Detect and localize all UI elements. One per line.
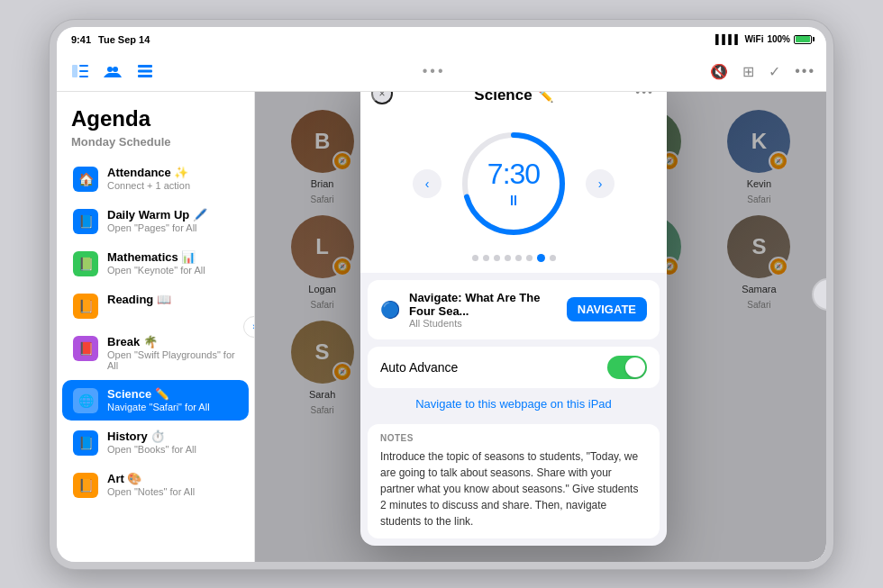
time-display: 9:41 <box>71 34 91 45</box>
break-text: Break 🌴 Open "Swift Playgrounds" for All <box>107 335 238 371</box>
notes-text: Introduce the topic of seasons to studen… <box>380 448 647 529</box>
sidebar-item-history[interactable]: 📘 History ⏱️ Open "Books" for All <box>62 422 249 463</box>
close-icon: × <box>378 92 385 100</box>
ipad-frame: 9:41 Tue Sep 14 ▌▌▌▌ WiFi 100% <box>50 20 833 569</box>
timer-pause-icon[interactable]: ⏸ <box>506 193 521 209</box>
status-left: 9:41 Tue Sep 14 <box>71 34 150 45</box>
attendance-title: Attendance ✨ <box>107 166 238 179</box>
check-icon[interactable]: ✓ <box>769 63 780 80</box>
svg-rect-6 <box>138 65 152 68</box>
sidebar-item-mathematics[interactable]: 📗 Mathematics 📊 Open "Keynote" for All <box>62 243 249 284</box>
timer-dot-4[interactable] <box>505 255 511 261</box>
ipad-screen: 9:41 Tue Sep 14 ▌▌▌▌ WiFi 100% <box>57 27 826 562</box>
timer-dot-1[interactable] <box>472 255 478 261</box>
date-display: Tue Sep 14 <box>98 34 150 45</box>
sidebar-item-reading[interactable]: 📙 Reading 📖 <box>62 285 249 326</box>
toolbar-dots: ••• <box>423 63 446 79</box>
navigate-ipad-link[interactable]: Navigate to this webpage on this iPad <box>415 397 612 411</box>
attendance-text: Attendance ✨ Connect + 1 action <box>107 166 238 191</box>
sidebar-toggle-icon[interactable] <box>68 59 93 84</box>
attendance-icon: 🏠 <box>73 167 98 192</box>
art-sub: Open "Notes" for All <box>107 486 238 497</box>
navigate-button[interactable]: NAVIGATE <box>567 297 647 321</box>
notes-section: NOTES Introduce the topic of seasons to … <box>368 424 660 538</box>
svg-rect-8 <box>138 75 152 77</box>
attendance-sub: Connect + 1 action <box>107 180 238 191</box>
timer-dot-2[interactable] <box>483 255 489 261</box>
warmup-text: Daily Warm Up 🖊️ Open "Pages" for All <box>107 208 238 233</box>
battery-percent: 100% <box>767 34 790 44</box>
science-icon: 🌐 <box>73 388 98 413</box>
timer-time: 7:30 <box>487 158 540 191</box>
science-modal: × ••• Science ✏️ ‹ <box>360 92 667 546</box>
svg-rect-3 <box>79 76 88 77</box>
timer-dot-8[interactable] <box>550 255 556 261</box>
timer-dot-7[interactable] <box>537 254 545 262</box>
timer-circle: 7:30 ⏸ <box>460 130 568 238</box>
break-sub: Open "Swift Playgrounds" for All <box>107 349 238 371</box>
history-title: History ⏱️ <box>107 430 238 443</box>
apps-icon[interactable]: ⊞ <box>742 63 754 80</box>
sidebar-item-science[interactable]: 🌐 Science ✏️ Navigate "Safari" for All <box>62 380 249 421</box>
auto-advance-row: Auto Advance <box>368 347 660 388</box>
timer-dots-row <box>360 245 667 273</box>
warmup-title: Daily Warm Up 🖊️ <box>107 208 238 222</box>
warmup-sub: Open "Pages" for All <box>107 222 238 233</box>
art-icon: 📙 <box>73 473 98 498</box>
navigate-link-section: Navigate to this webpage on this iPad <box>360 392 667 421</box>
top-toolbar: ••• 🔇 ⊞ ✓ ••• <box>57 52 826 92</box>
status-bar: 9:41 Tue Sep 14 ▌▌▌▌ WiFi 100% <box>57 27 826 52</box>
mathematics-title: Mathematics 📊 <box>107 250 238 264</box>
timer-back-button[interactable]: ‹ <box>413 169 442 198</box>
modal-overlay: × ••• Science ✏️ ‹ <box>255 92 826 562</box>
toggle-knob <box>625 357 645 377</box>
right-panel: B 🧭 Brian Safari C 🧭 Chella Safari <box>255 92 826 562</box>
people-icon[interactable] <box>100 59 125 84</box>
svg-point-5 <box>113 67 118 72</box>
activity-card: 🔵 Navigate: What Are The Four Sea... All… <box>368 280 660 339</box>
warmup-icon: 📘 <box>73 209 98 234</box>
timer-forward-button[interactable]: › <box>586 169 614 198</box>
timer-section: ‹ 7:30 ⏸ › <box>360 115 667 245</box>
auto-advance-toggle[interactable] <box>607 356 647 379</box>
history-sub: Open "Books" for All <box>107 444 238 455</box>
battery-fill <box>796 36 810 42</box>
sidebar-item-warmup[interactable]: 📘 Daily Warm Up 🖊️ Open "Pages" for All <box>62 201 249 241</box>
modal-header: Science ✏️ <box>360 92 667 115</box>
activity-info: Navigate: What Are The Four Sea... All S… <box>409 291 558 329</box>
main-content: Agenda Monday Schedule 🏠 Attendance ✨ Co… <box>57 92 826 562</box>
sidebar-subtitle: Monday Schedule <box>57 135 254 158</box>
art-text: Art 🎨 Open "Notes" for All <box>107 472 238 497</box>
timer-dot-6[interactable] <box>526 255 533 261</box>
science-text: Science ✏️ Navigate "Safari" for All <box>107 387 238 412</box>
history-icon: 📘 <box>73 430 98 456</box>
svg-rect-2 <box>79 70 88 72</box>
science-sub: Navigate "Safari" for All <box>107 402 238 412</box>
reading-text: Reading 📖 <box>107 293 238 307</box>
more-icon[interactable]: ••• <box>795 63 815 79</box>
sidebar-item-break[interactable]: 📕 Break 🌴 Open "Swift Playgrounds" for A… <box>62 328 249 378</box>
mute-icon[interactable]: 🔇 <box>710 63 728 80</box>
list-icon[interactable] <box>132 59 158 84</box>
art-title: Art 🎨 <box>107 472 238 485</box>
svg-rect-1 <box>79 65 88 67</box>
sidebar-item-art[interactable]: 📙 Art 🎨 Open "Notes" for All <box>62 465 249 505</box>
sidebar-title: Agenda <box>57 92 254 135</box>
activity-sub: All Students <box>409 318 558 329</box>
modal-more-icon[interactable]: ••• <box>635 92 654 99</box>
sidebar-item-attendance[interactable]: 🏠 Attendance ✨ Connect + 1 action <box>62 158 249 199</box>
modal-title-text: Science <box>474 92 532 104</box>
mathematics-sub: Open "Keynote" for All <box>107 265 238 276</box>
timer-dot-5[interactable] <box>515 255 522 261</box>
reading-title: Reading 📖 <box>107 293 238 306</box>
break-title: Break 🌴 <box>107 335 238 348</box>
signal-icon: ▌▌▌▌ <box>715 34 741 44</box>
break-icon: 📕 <box>73 336 98 361</box>
timer-display: 7:30 ⏸ <box>460 130 568 238</box>
sidebar: Agenda Monday Schedule 🏠 Attendance ✨ Co… <box>57 92 255 562</box>
modal-title: Science ✏️ <box>396 92 631 104</box>
status-right: ▌▌▌▌ WiFi 100% <box>715 34 812 44</box>
reading-icon: 📙 <box>73 294 98 319</box>
timer-dot-3[interactable] <box>494 255 500 261</box>
svg-rect-7 <box>138 70 152 73</box>
